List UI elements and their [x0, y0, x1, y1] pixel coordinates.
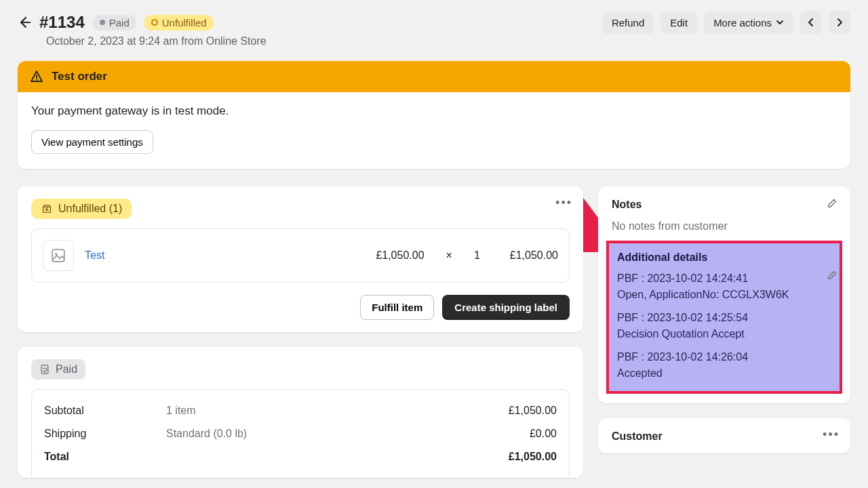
receipt-icon: [39, 364, 50, 375]
chevron-down-icon: [776, 18, 784, 26]
line-item-unit-price: £1,050.00: [376, 249, 424, 262]
fulfill-item-button[interactable]: Fulfill item: [360, 295, 434, 320]
payment-card: Paid Subtotal 1 item £1,050.00 Shipping …: [18, 347, 583, 478]
svg-point-1: [36, 79, 37, 81]
image-placeholder-icon: [51, 248, 66, 263]
prev-button[interactable]: [800, 11, 822, 34]
order-subtitle: October 2, 2023 at 9:24 am from Online S…: [46, 35, 850, 47]
status-ring-icon: [151, 19, 158, 26]
status-dot-icon: [100, 20, 105, 25]
order-number: #1134: [39, 13, 85, 32]
warning-icon: [30, 70, 43, 83]
qty-separator: ×: [446, 249, 452, 262]
edit-button[interactable]: Edit: [660, 12, 697, 34]
customer-card: ••• Customer: [598, 418, 850, 453]
unfulfilled-badge: Unfulfilled: [144, 15, 214, 30]
next-button[interactable]: [829, 11, 850, 34]
detail-entry: PBF : 2023-10-02 14:26:04 Accepted: [617, 349, 831, 382]
back-arrow-icon[interactable]: [18, 16, 31, 29]
line-item-qty: 1: [474, 249, 480, 262]
card-menu-icon[interactable]: •••: [555, 196, 572, 210]
view-payment-settings-button[interactable]: View payment settings: [31, 130, 153, 154]
product-thumbnail: [43, 240, 74, 271]
summary-row-total: Total £1,050.00: [44, 445, 557, 468]
unfulfilled-pill: Unfulfilled (1): [31, 199, 132, 219]
fulfillment-card: ••• Unfulfilled (1) Test £1,050.00 × 1 £…: [18, 186, 583, 332]
summary-row-subtotal: Subtotal 1 item £1,050.00: [44, 399, 557, 422]
edit-notes-icon[interactable]: [826, 197, 838, 209]
line-item-total: £1,050.00: [510, 249, 558, 262]
paid-badge: Paid: [93, 15, 136, 30]
edit-details-icon[interactable]: [826, 269, 838, 281]
notes-card: Notes No notes from customer Additional …: [598, 186, 850, 403]
package-icon: [41, 203, 53, 215]
notes-title: Notes: [612, 199, 837, 211]
alert-title: Test order: [52, 70, 107, 83]
create-shipping-label-button[interactable]: Create shipping label: [442, 295, 570, 320]
chevron-right-icon: [835, 18, 844, 27]
notes-empty-text: No notes from customer: [612, 220, 837, 232]
customer-title: Customer: [612, 430, 837, 443]
detail-entry: PBF : 2023-10-02 14:24:41 Open, Applicat…: [617, 270, 831, 303]
line-item-name[interactable]: Test: [85, 249, 365, 262]
svg-rect-3: [52, 249, 64, 262]
additional-details-title: Additional details: [617, 251, 831, 264]
alert-message: Your payment gateway is in test mode.: [31, 104, 837, 118]
payment-summary: Subtotal 1 item £1,050.00 Shipping Stand…: [31, 389, 570, 478]
paid-pill: Paid: [31, 359, 85, 380]
additional-details-highlight: Additional details PBF : 2023-10-02 14:2…: [606, 241, 842, 394]
line-item: Test £1,050.00 × 1 £1,050.00: [31, 228, 570, 283]
card-menu-icon[interactable]: •••: [823, 428, 840, 442]
more-actions-button[interactable]: More actions: [704, 12, 793, 34]
chevron-left-icon: [807, 18, 815, 27]
refund-button[interactable]: Refund: [602, 12, 654, 34]
detail-entry: PBF : 2023-10-02 14:25:54 Decision Quota…: [617, 310, 831, 342]
summary-row-shipping: Shipping Standard (0.0 lb) £0.00: [44, 422, 557, 445]
test-order-alert: Test order Your payment gateway is in te…: [18, 61, 850, 169]
